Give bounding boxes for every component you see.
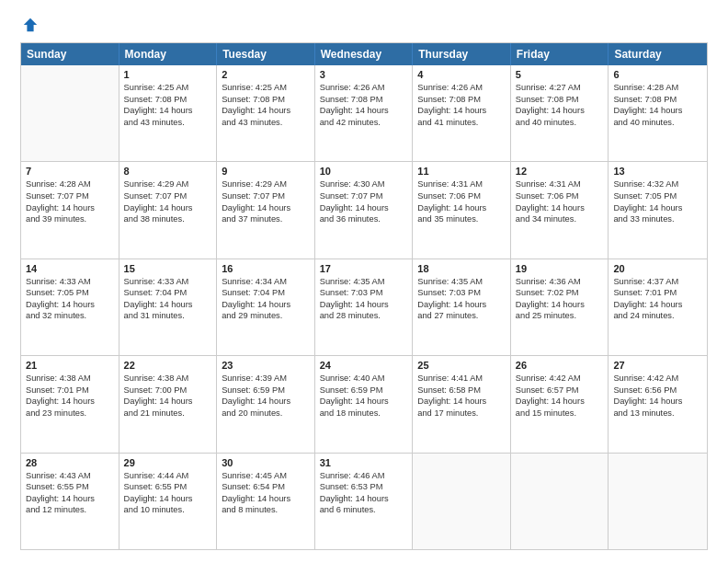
cell-info-line: and 35 minutes. [417, 213, 506, 225]
calendar-cell: 18Sunrise: 4:35 AMSunset: 7:03 PMDayligh… [413, 259, 511, 355]
calendar-cell: 17Sunrise: 4:35 AMSunset: 7:03 PMDayligh… [315, 259, 414, 355]
cell-info-line: Daylight: 14 hours [320, 493, 408, 505]
cell-info-line: Daylight: 14 hours [417, 202, 506, 214]
cell-info-line: Daylight: 14 hours [222, 299, 310, 311]
header-day-wednesday: Wednesday [315, 43, 414, 65]
cell-info-line: Sunrise: 4:29 AM [222, 178, 310, 190]
calendar-row-4: 21Sunrise: 4:38 AMSunset: 7:01 PMDayligh… [21, 356, 707, 453]
cell-info-line: Daylight: 14 hours [320, 396, 408, 408]
cell-info-line: Daylight: 14 hours [320, 202, 408, 214]
calendar-cell: 29Sunrise: 4:44 AMSunset: 6:55 PMDayligh… [119, 454, 218, 549]
cell-info-line: Sunrise: 4:40 AM [320, 373, 408, 385]
calendar-cell: 15Sunrise: 4:33 AMSunset: 7:04 PMDayligh… [119, 259, 218, 355]
cell-info-line: Daylight: 14 hours [516, 105, 604, 117]
cell-info-line: Sunset: 7:01 PM [613, 287, 702, 299]
cell-info-line: and 15 minutes. [516, 408, 604, 419]
day-number: 25 [417, 360, 506, 371]
day-number: 10 [320, 166, 408, 177]
cell-info-line: Sunrise: 4:42 AM [613, 373, 702, 385]
calendar-cell: 20Sunrise: 4:37 AMSunset: 7:01 PMDayligh… [609, 259, 707, 355]
cell-info-line: and 21 minutes. [124, 408, 212, 419]
cell-info-line: Daylight: 14 hours [516, 202, 604, 214]
day-number: 2 [222, 69, 310, 80]
cell-info-line: and 43 minutes. [222, 117, 310, 129]
calendar-body: 1Sunrise: 4:25 AMSunset: 7:08 PMDaylight… [21, 65, 707, 549]
calendar-row-5: 28Sunrise: 4:43 AMSunset: 6:55 PMDayligh… [21, 454, 707, 549]
day-number: 20 [613, 263, 702, 274]
cell-info-line: and 31 minutes. [124, 310, 212, 322]
cell-info-line: Sunrise: 4:34 AM [222, 276, 310, 288]
day-number: 8 [124, 166, 212, 177]
cell-info-line: and 38 minutes. [124, 213, 212, 225]
cell-info-line: Sunrise: 4:33 AM [124, 276, 212, 288]
cell-info-line: Daylight: 14 hours [417, 105, 506, 117]
cell-info-line: and 40 minutes. [613, 117, 702, 129]
calendar-cell [21, 65, 119, 161]
cell-info-line: Sunrise: 4:41 AM [417, 373, 506, 385]
day-number: 16 [222, 263, 310, 274]
cell-info-line: Sunset: 7:08 PM [222, 94, 310, 106]
day-number: 17 [320, 263, 408, 274]
calendar-cell: 13Sunrise: 4:32 AMSunset: 7:05 PMDayligh… [609, 162, 707, 258]
cell-info-line: Sunrise: 4:44 AM [124, 470, 212, 482]
header [20, 17, 708, 33]
day-number: 28 [26, 457, 114, 468]
cell-info-line: Sunset: 7:03 PM [320, 287, 408, 299]
cell-info-line: and 34 minutes. [516, 213, 604, 225]
cell-info-line: Daylight: 14 hours [222, 493, 310, 505]
cell-info-line: Sunrise: 4:25 AM [222, 82, 310, 94]
cell-info-line: Daylight: 14 hours [222, 105, 310, 117]
calendar-cell: 7Sunrise: 4:28 AMSunset: 7:07 PMDaylight… [21, 162, 119, 258]
day-number: 11 [417, 166, 506, 177]
header-day-monday: Monday [119, 43, 218, 65]
cell-info-line: Sunset: 6:55 PM [124, 481, 212, 493]
cell-info-line: Daylight: 14 hours [124, 493, 212, 505]
calendar-cell: 21Sunrise: 4:38 AMSunset: 7:01 PMDayligh… [21, 356, 119, 452]
cell-info-line: and 42 minutes. [320, 117, 408, 129]
cell-info-line: Daylight: 14 hours [26, 493, 114, 505]
cell-info-line: Sunset: 6:58 PM [417, 385, 506, 396]
day-number: 14 [26, 263, 114, 274]
cell-info-line: Sunset: 7:08 PM [124, 94, 212, 106]
day-number: 9 [222, 166, 310, 177]
cell-info-line: and 32 minutes. [26, 310, 114, 322]
cell-info-line: Sunrise: 4:36 AM [516, 276, 604, 288]
cell-info-line: Sunrise: 4:37 AM [613, 276, 702, 288]
cell-info-line: Daylight: 14 hours [124, 105, 212, 117]
cell-info-line: Sunrise: 4:33 AM [26, 276, 114, 288]
cell-info-line: and 25 minutes. [516, 310, 604, 322]
cell-info-line: Sunset: 7:00 PM [124, 385, 212, 396]
cell-info-line: Sunrise: 4:42 AM [516, 373, 604, 385]
calendar-cell: 23Sunrise: 4:39 AMSunset: 6:59 PMDayligh… [217, 356, 315, 452]
cell-info-line: Sunset: 6:56 PM [613, 385, 702, 396]
cell-info-line: Sunset: 7:06 PM [417, 190, 506, 202]
cell-info-line: Sunset: 6:59 PM [222, 385, 310, 396]
cell-info-line: Sunset: 6:59 PM [320, 385, 408, 396]
cell-info-line: Daylight: 14 hours [516, 299, 604, 311]
day-number: 31 [320, 457, 408, 468]
day-number: 23 [222, 360, 310, 371]
cell-info-line: Sunrise: 4:35 AM [417, 276, 506, 288]
cell-info-line: Sunrise: 4:45 AM [222, 470, 310, 482]
cell-info-line: Sunrise: 4:26 AM [320, 82, 408, 94]
calendar-cell: 30Sunrise: 4:45 AMSunset: 6:54 PMDayligh… [217, 454, 315, 549]
cell-info-line: Sunset: 7:07 PM [320, 190, 408, 202]
cell-info-line: Daylight: 14 hours [613, 202, 702, 214]
cell-info-line: Daylight: 14 hours [320, 105, 408, 117]
cell-info-line: Sunset: 7:02 PM [516, 287, 604, 299]
header-day-thursday: Thursday [413, 43, 511, 65]
day-number: 7 [26, 166, 114, 177]
cell-info-line: Sunrise: 4:32 AM [613, 178, 702, 190]
calendar-cell: 22Sunrise: 4:38 AMSunset: 7:00 PMDayligh… [119, 356, 218, 452]
header-day-saturday: Saturday [609, 43, 707, 65]
calendar-row-2: 7Sunrise: 4:28 AMSunset: 7:07 PMDaylight… [21, 162, 707, 259]
cell-info-line: Sunset: 7:08 PM [320, 94, 408, 106]
cell-info-line: and 39 minutes. [26, 213, 114, 225]
calendar: SundayMondayTuesdayWednesdayThursdayFrid… [20, 42, 708, 550]
cell-info-line: and 41 minutes. [417, 117, 506, 129]
cell-info-line: and 12 minutes. [26, 504, 114, 516]
day-number: 4 [417, 69, 506, 80]
logo [20, 17, 39, 33]
cell-info-line: Sunset: 6:53 PM [320, 481, 408, 493]
day-number: 27 [613, 360, 702, 371]
